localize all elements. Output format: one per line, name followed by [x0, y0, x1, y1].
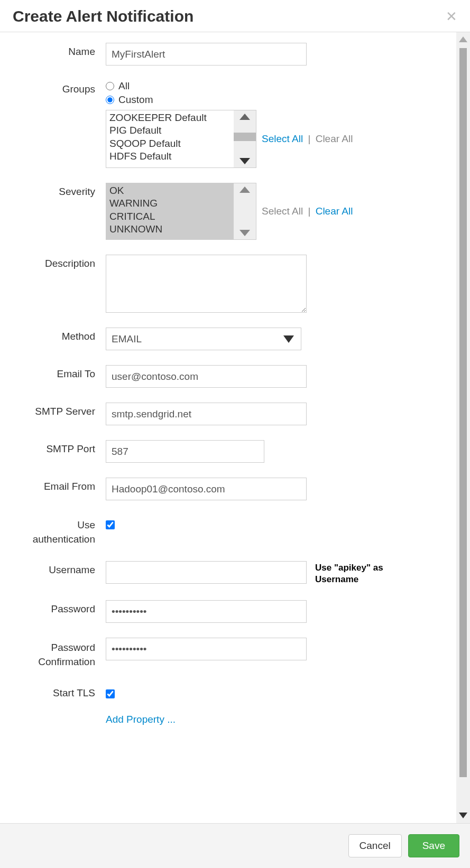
label-email-from: Email From: [5, 478, 106, 492]
row-smtp-server: SMTP Server: [5, 403, 451, 425]
row-username: Username Use "apikey" as Username: [5, 561, 451, 585]
smtp-server-input[interactable]: [106, 403, 307, 425]
label-smtp-port: SMTP Port: [5, 440, 106, 455]
severity-list-scroll[interactable]: [234, 183, 256, 239]
label-password: Password: [5, 600, 106, 615]
label-use-auth-l2: authentication: [33, 534, 95, 545]
severity-actions: Select All | Clear All: [262, 206, 353, 217]
separator: |: [308, 206, 310, 217]
radio-all-label: All: [118, 80, 130, 92]
chevron-up-icon[interactable]: [459, 36, 467, 42]
row-use-auth: Use authentication: [5, 515, 451, 546]
label-start-tls: Start TLS: [5, 684, 106, 699]
smtp-port-input[interactable]: [106, 440, 264, 463]
label-groups: Groups: [5, 80, 106, 95]
email-from-input[interactable]: [106, 478, 307, 500]
groups-radio-all[interactable]: All: [106, 80, 153, 92]
separator: |: [308, 133, 310, 144]
label-pwc-l2: Confirmation: [38, 656, 95, 667]
row-start-tls: Start TLS: [5, 684, 451, 699]
radio-custom-input[interactable]: [106, 96, 114, 104]
password-input[interactable]: [106, 600, 307, 623]
groups-select-all[interactable]: Select All: [262, 133, 303, 144]
method-select[interactable]: [106, 328, 301, 350]
label-use-auth-l1: Use: [77, 519, 95, 530]
radio-custom-label: Custom: [118, 94, 153, 106]
label-password-confirm: Password Confirmation: [5, 638, 106, 669]
row-groups: Groups All Custom ZOOKEEPER Defaul: [5, 80, 451, 168]
row-severity: Severity OK WARNING CRITICAL UNKNOWN: [5, 183, 451, 240]
groups-listbox[interactable]: ZOOKEEPER Default PIG Default SQOOP Defa…: [106, 110, 256, 168]
list-item[interactable]: PIG Default: [109, 124, 231, 137]
scroll-thumb[interactable]: [459, 48, 467, 777]
label-empty: [5, 714, 106, 717]
label-severity: Severity: [5, 183, 106, 198]
list-item[interactable]: UNKNOWN: [106, 223, 234, 236]
row-email-to: Email To: [5, 365, 451, 388]
label-description: Description: [5, 255, 106, 269]
email-to-input[interactable]: [106, 365, 307, 388]
list-item[interactable]: WARNING: [106, 197, 234, 210]
label-smtp-server: SMTP Server: [5, 403, 106, 417]
severity-listbox-row: OK WARNING CRITICAL UNKNOWN Select All |: [106, 183, 353, 240]
close-icon[interactable]: ✕: [446, 10, 457, 23]
row-smtp-port: SMTP Port: [5, 440, 451, 463]
dialog-body-wrapper: Name Groups All Custom: [0, 32, 470, 825]
save-button[interactable]: Save: [408, 834, 459, 857]
dialog-scrollbar[interactable]: [456, 32, 470, 825]
dialog-header: Create Alert Notification ✕: [0, 0, 470, 32]
label-use-auth: Use authentication: [5, 515, 106, 546]
label-email-to: Email To: [5, 365, 106, 380]
list-item[interactable]: HDFS Default: [109, 150, 231, 163]
severity-listbox[interactable]: OK WARNING CRITICAL UNKNOWN: [106, 183, 256, 240]
start-tls-checkbox[interactable]: [106, 689, 115, 698]
list-item[interactable]: ZOOKEEPER Default: [109, 111, 231, 124]
groups-list-scroll[interactable]: [234, 110, 256, 167]
password-confirm-input[interactable]: [106, 638, 307, 660]
description-textarea[interactable]: [106, 255, 307, 313]
dialog-footer: Cancel Save: [0, 823, 470, 868]
row-password-confirm: Password Confirmation: [5, 638, 451, 669]
radio-all-input[interactable]: [106, 82, 114, 90]
chevron-up-icon[interactable]: [239, 114, 250, 120]
add-property-link[interactable]: Add Property ...: [106, 714, 176, 725]
row-add-property: Add Property ...: [5, 714, 451, 725]
groups-clear-all[interactable]: Clear All: [316, 133, 353, 144]
row-password: Password: [5, 600, 451, 623]
label-username: Username: [5, 561, 106, 576]
groups-actions: Select All | Clear All: [262, 133, 353, 145]
name-input[interactable]: [106, 43, 307, 66]
method-select-value[interactable]: [106, 328, 301, 350]
row-email-from: Email From: [5, 478, 451, 500]
chevron-up-icon[interactable]: [239, 186, 250, 193]
list-item[interactable]: CRITICAL: [106, 210, 234, 223]
chevron-down-icon[interactable]: [459, 813, 467, 818]
row-description: Description: [5, 255, 451, 313]
list-item[interactable]: OK: [106, 184, 234, 197]
severity-clear-all[interactable]: Clear All: [316, 206, 353, 217]
username-annotation: Use "apikey" as Username: [315, 561, 410, 585]
row-name: Name: [5, 43, 451, 66]
label-name: Name: [5, 43, 106, 58]
dialog-body: Name Groups All Custom: [0, 32, 456, 825]
chevron-down-icon[interactable]: [239, 158, 250, 164]
groups-radio-custom[interactable]: Custom: [106, 94, 153, 106]
groups-listbox-row: ZOOKEEPER Default PIG Default SQOOP Defa…: [106, 110, 353, 168]
label-pwc-l1: Password: [51, 642, 95, 653]
severity-items: OK WARNING CRITICAL UNKNOWN: [106, 183, 234, 239]
groups-items: ZOOKEEPER Default PIG Default SQOOP Defa…: [106, 110, 234, 167]
use-auth-checkbox[interactable]: [106, 520, 115, 529]
label-method: Method: [5, 328, 106, 342]
chevron-down-icon[interactable]: [239, 230, 250, 236]
groups-radio-stack: All Custom: [106, 80, 153, 106]
cancel-button[interactable]: Cancel: [348, 834, 402, 857]
username-input[interactable]: [106, 561, 307, 584]
dialog-title: Create Alert Notification: [13, 7, 193, 25]
list-item[interactable]: SQOOP Default: [109, 137, 231, 150]
severity-select-all[interactable]: Select All: [262, 206, 303, 217]
scroll-thumb[interactable]: [234, 133, 256, 141]
row-method: Method: [5, 328, 451, 350]
